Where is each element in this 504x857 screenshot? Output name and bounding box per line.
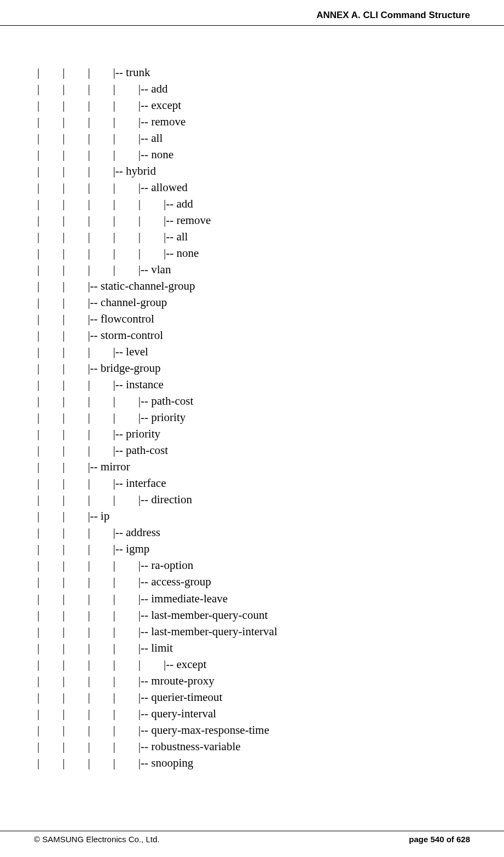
page-header: ANNEX A. CLI Command Structure xyxy=(0,0,504,26)
tree-line: | | | | |-- limit xyxy=(37,640,471,656)
tree-line: | | | | |-- snooping xyxy=(37,755,471,771)
tree-line: | | | | | |-- except xyxy=(37,656,471,672)
tree-line: | | | |-- hybrid xyxy=(37,163,471,179)
page-footer: © SAMSUNG Electronics Co., Ltd. page 540… xyxy=(0,831,504,844)
tree-line: | | | |-- priority xyxy=(37,425,471,442)
tree-line: | | | | |-- except xyxy=(37,97,471,113)
footer-copyright: © SAMSUNG Electronics Co., Ltd. xyxy=(34,835,159,844)
tree-line: | | | | |-- ra-option xyxy=(37,557,471,573)
tree-line: | | | | |-- last-member-query-interval xyxy=(37,623,471,640)
tree-line: | | |-- storm-control xyxy=(37,327,471,343)
tree-line: | | | | |-- access-group xyxy=(37,573,471,590)
tree-line: | | | | |-- path-cost xyxy=(37,393,471,409)
tree-line: | | | | | |-- all xyxy=(37,228,471,245)
tree-line: | | | | |-- add xyxy=(37,80,471,97)
tree-line: | | | | | |-- none xyxy=(37,245,471,261)
tree-line: | | | |-- trunk xyxy=(37,64,471,80)
tree-line: | | | | | |-- add xyxy=(37,195,471,212)
tree-line: | | | | |-- query-max-response-time xyxy=(37,722,471,738)
tree-line: | | | | |-- mroute-proxy xyxy=(37,672,471,689)
tree-line: | | |-- channel-group xyxy=(37,294,471,310)
tree-line: | | | | |-- last-member-query-count xyxy=(37,607,471,623)
tree-line: | | | | |-- all xyxy=(37,130,471,146)
tree-line: | | | |-- igmp xyxy=(37,540,471,557)
tree-line: | | | |-- level xyxy=(37,343,471,360)
tree-line: | | | |-- path-cost xyxy=(37,442,471,458)
tree-line: | | | | |-- querier-timeout xyxy=(37,689,471,705)
tree-line: | | |-- bridge-group xyxy=(37,360,471,376)
tree-line: | | | |-- address xyxy=(37,524,471,540)
tree-line: | | |-- mirror xyxy=(37,458,471,475)
tree-line: | | | | |-- direction xyxy=(37,491,471,508)
tree-line: | | |-- flowcontrol xyxy=(37,310,471,327)
tree-line: | | | | |-- query-interval xyxy=(37,705,471,722)
header-title: ANNEX A. CLI Command Structure xyxy=(316,10,470,20)
tree-line: | | | | |-- remove xyxy=(37,113,471,130)
tree-line: | | | | | |-- remove xyxy=(37,212,471,228)
tree-line: | | |-- ip xyxy=(37,508,471,524)
tree-line: | | | | |-- immediate-leave xyxy=(37,590,471,607)
tree-line: | | | | |-- vlan xyxy=(37,261,471,278)
tree-line: | | | |-- interface xyxy=(37,475,471,491)
cli-tree-content: | | | |-- trunk| | | | |-- add| | | | |-… xyxy=(0,26,504,771)
tree-line: | | | | |-- none xyxy=(37,146,471,163)
footer-page-number: page 540 of 628 xyxy=(409,835,470,844)
tree-line: | | | | |-- priority xyxy=(37,409,471,425)
tree-line: | | | |-- instance xyxy=(37,376,471,393)
tree-line: | | | | |-- allowed xyxy=(37,179,471,195)
tree-line: | | |-- static-channel-group xyxy=(37,278,471,294)
tree-line: | | | | |-- robustness-variable xyxy=(37,738,471,755)
